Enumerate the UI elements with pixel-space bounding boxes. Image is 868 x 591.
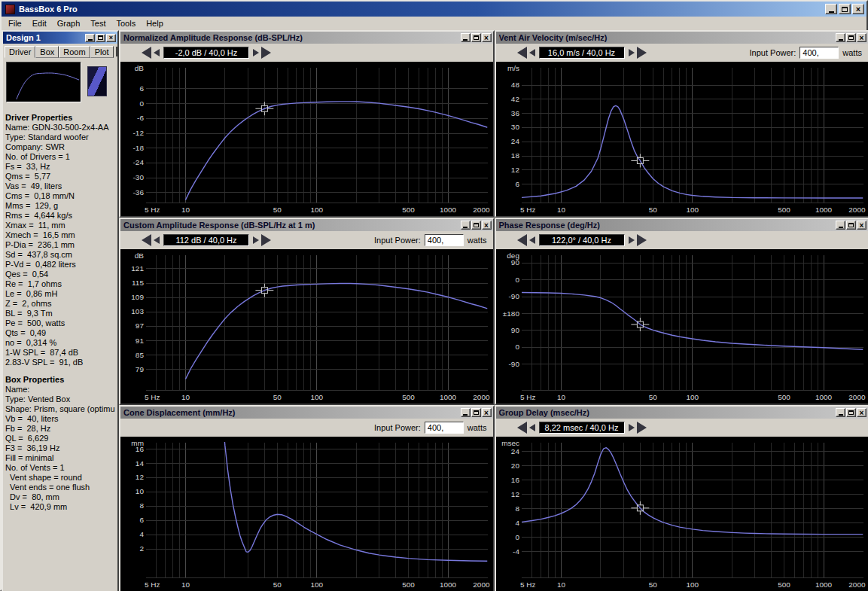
box-properties: Name:Type: Vented BoxShape: Prism, squar…: [5, 385, 117, 512]
plot-color-swatch[interactable]: [116, 47, 117, 56]
svg-text:4: 4: [139, 530, 144, 538]
maximize-button[interactable]: [471, 408, 481, 417]
maximize-button[interactable]: [846, 221, 856, 230]
design-minimize-button[interactable]: [85, 34, 95, 42]
input-power-field[interactable]: [425, 422, 464, 434]
close-button[interactable]: ×: [482, 33, 492, 42]
design-titlebar[interactable]: Design 1 ×: [3, 32, 117, 44]
maximize-button[interactable]: [846, 408, 856, 417]
input-power-field[interactable]: [799, 47, 839, 59]
step-left-fast-button[interactable]: [517, 234, 527, 246]
property-line: No. of Vents = 1: [5, 463, 117, 473]
close-icon: ×: [484, 222, 489, 229]
graph-titlebar[interactable]: Normalized Amplitude Response (dB-SPL/Hz…: [120, 32, 493, 44]
close-button[interactable]: ×: [857, 408, 866, 417]
step-right-button[interactable]: [629, 424, 635, 431]
tab-room[interactable]: Room: [59, 46, 90, 58]
window-titlebar[interactable]: BassBox 6 Pro ×: [2, 2, 866, 17]
property-line: Dv = 80, mm: [5, 492, 117, 502]
maximize-button[interactable]: [839, 4, 851, 14]
menu-item-test[interactable]: Test: [85, 17, 111, 29]
svg-text:m/s: m/s: [507, 64, 519, 72]
response-thumbnail[interactable]: [6, 62, 81, 102]
step-left-button[interactable]: [529, 424, 535, 431]
svg-text:4: 4: [515, 519, 519, 527]
menubar: File Edit Graph Test Tools Help: [2, 17, 866, 30]
close-button[interactable]: ×: [482, 221, 492, 230]
maximize-button[interactable]: [471, 221, 481, 230]
close-button[interactable]: ×: [857, 221, 866, 230]
step-left-button[interactable]: [529, 49, 535, 56]
minimize-button[interactable]: [836, 221, 845, 230]
close-button[interactable]: ×: [852, 4, 864, 14]
maximize-button[interactable]: [846, 33, 856, 42]
input-power-unit: watts: [468, 236, 487, 245]
step-left-fast-button[interactable]: [142, 47, 151, 59]
step-right-button[interactable]: [253, 236, 259, 244]
svg-text:12: 12: [510, 166, 519, 174]
box-model-icon[interactable]: [87, 66, 107, 96]
step-right-button[interactable]: [253, 49, 259, 56]
graph-titlebar[interactable]: Phase Response (deg/Hz) ×: [496, 219, 868, 231]
step-left-button[interactable]: [154, 49, 160, 56]
normalized-amplitude-chart[interactable]: 60-6-12-18-24-30-36dB5 Hz105010050010002…: [120, 62, 493, 216]
step-right-fast-button[interactable]: [261, 47, 271, 59]
graph-controls: 8,22 msec / 40,0 Hz: [496, 419, 868, 437]
step-right-button[interactable]: [629, 236, 635, 244]
group-delay-chart[interactable]: 24201612840-4msec5 Hz105010050010002000: [496, 437, 868, 591]
svg-text:-24: -24: [133, 158, 145, 166]
marker-readout: 112 dB / 40,0 Hz: [163, 234, 249, 246]
graph-titlebar[interactable]: Vent Air Velocity (m/sec/Hz) ×: [496, 32, 868, 44]
minimize-icon: [88, 39, 93, 41]
property-line: Company: SWR: [5, 142, 117, 152]
step-left-fast-button[interactable]: [517, 47, 527, 59]
marker-stepper: 112 dB / 40,0 Hz: [142, 234, 271, 246]
menu-item-tools[interactable]: Tools: [111, 17, 141, 29]
design-tabs: Driver Box Room Plot: [3, 44, 117, 58]
step-right-button[interactable]: [629, 49, 635, 56]
step-right-fast-button[interactable]: [261, 234, 271, 246]
marker-readout: 16,0 m/s / 40,0 Hz: [539, 47, 625, 59]
menu-item-file[interactable]: File: [3, 17, 27, 29]
minimize-button[interactable]: [825, 4, 837, 14]
menu-item-edit[interactable]: Edit: [27, 17, 52, 29]
step-right-fast-button[interactable]: [637, 47, 647, 59]
close-button[interactable]: ×: [482, 408, 492, 417]
maximize-button[interactable]: [471, 33, 481, 42]
step-left-button[interactable]: [529, 236, 535, 244]
minimize-button[interactable]: [836, 408, 845, 417]
custom-amplitude-chart[interactable]: 12111510910397918579dB5 Hz10501005001000…: [120, 249, 493, 404]
graph-titlebar[interactable]: Custom Amplitude Response (dB-SPL/Hz at …: [120, 219, 493, 231]
svg-text:50: 50: [273, 206, 282, 214]
step-left-button[interactable]: [154, 236, 160, 244]
design-close-button[interactable]: ×: [106, 34, 116, 42]
minimize-button[interactable]: [461, 33, 471, 42]
step-left-fast-button[interactable]: [517, 422, 527, 434]
tab-plot[interactable]: Plot: [90, 46, 114, 58]
minimize-button[interactable]: [461, 408, 471, 417]
graph-titlebar[interactable]: Cone Displacement (mm/Hz) ×: [120, 407, 493, 419]
tab-box[interactable]: Box: [35, 46, 59, 58]
step-left-fast-button[interactable]: [142, 234, 151, 246]
property-line: Pe = 500, watts: [5, 318, 117, 328]
step-right-fast-button[interactable]: [637, 422, 647, 434]
minimize-button[interactable]: [461, 221, 471, 230]
phase-response-chart[interactable]: 900-90±180900-90deg5 Hz10501005001000200…: [496, 249, 868, 404]
application-window: BassBox 6 Pro × File Edit Graph Test Too…: [0, 0, 868, 591]
vent-air-velocity-chart[interactable]: 484236302418126m/s5 Hz105010050010002000: [496, 62, 868, 216]
app-icon[interactable]: [5, 5, 15, 14]
menu-item-graph[interactable]: Graph: [52, 17, 86, 29]
svg-text:20: 20: [510, 462, 519, 470]
svg-text:2: 2: [139, 544, 144, 553]
graph-titlebar[interactable]: Group Delay (msec/Hz) ×: [496, 407, 868, 419]
input-power-field[interactable]: [425, 234, 464, 246]
cone-displacement-chart[interactable]: 161412108642mm5 Hz105010050010002000: [120, 437, 493, 591]
minimize-button[interactable]: [836, 33, 845, 42]
design-maximize-button[interactable]: [96, 34, 105, 42]
driver-properties-header: Driver Properties: [5, 112, 117, 123]
svg-text:24: 24: [510, 447, 519, 455]
tab-driver[interactable]: Driver: [5, 46, 35, 58]
step-right-fast-button[interactable]: [637, 234, 647, 246]
close-button[interactable]: ×: [857, 33, 866, 42]
menu-item-help[interactable]: Help: [141, 17, 169, 29]
